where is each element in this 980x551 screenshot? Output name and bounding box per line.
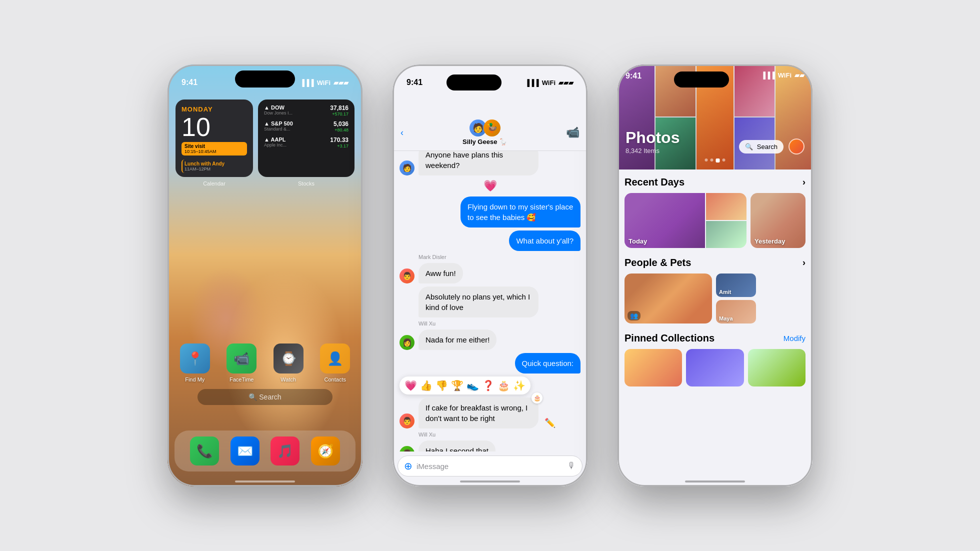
widget-labels: Calendar Stocks — [176, 180, 354, 186]
phone2: 9:41 ▐▐▐ WiFi ▰▰▰ ‹ 🧑 🦆 Silly Geese 🪿 — [392, 64, 588, 486]
dock-compass[interactable]: 🧭 — [311, 436, 340, 466]
home-indicator-2 — [460, 480, 520, 482]
tb-cake[interactable]: 🎂 — [498, 380, 510, 392]
home-indicator-3 — [685, 480, 745, 482]
status-bar-phone2: 9:41 ▐▐▐ WiFi ▰▰▰ — [392, 64, 588, 94]
pinned-grid — [624, 349, 806, 386]
dot-2 — [710, 158, 714, 162]
stock-sp500: ▲ S&P 500 Standard &... 5,036 +80.48 — [264, 120, 348, 132]
dot-grid-active — [716, 158, 720, 162]
sender-will-2: Will Xu — [418, 432, 580, 438]
facetime-icon: 📹 — [226, 344, 256, 374]
photos-body: Recent Days › Today — [618, 170, 812, 476]
pinned-1[interactable] — [624, 349, 682, 386]
back-button[interactable]: ‹ — [400, 128, 404, 138]
msg-heart: 💗 — [400, 180, 580, 192]
people-grid: 👥 Amit Maya — [624, 274, 806, 324]
stocks-widget[interactable]: ▲ DOW Dow Jones I... 37,816 +570.17 ▲ S&… — [258, 100, 354, 177]
cal-event-2: Lunch with Andy 11AM–12PM — [182, 160, 247, 173]
cal-day: MONDAY — [182, 106, 247, 113]
search-pill[interactable]: 🔍 Search — [198, 389, 332, 405]
tb-shoe[interactable]: 👟 — [466, 380, 479, 392]
signal-icon: ▐▐▐ — [300, 79, 314, 86]
message-input-bar[interactable]: ⊕ iMessage 🎙 — [398, 456, 582, 476]
msg-4: 👨 Aww fun! — [400, 263, 580, 284]
battery-icon-2: ▰▰▰ — [558, 79, 574, 86]
app-findmy[interactable]: 📍 Find My — [177, 344, 213, 382]
sender-mark: Mark Disler — [418, 254, 580, 260]
msg-bubble-2: Flying down to my sister's place to see … — [460, 196, 580, 228]
tb-trophy[interactable]: 🏆 — [451, 380, 464, 392]
msg-7: Quick question: — [400, 353, 580, 374]
msg-2: Flying down to my sister's place to see … — [400, 196, 580, 228]
maya-card[interactable]: Maya — [716, 300, 756, 324]
photos-header-image: 9:41 ▐▐▐ WiFi ▰▰ Photos 8,342 Items — [618, 64, 812, 170]
group-info[interactable]: 🧑 🦆 Silly Geese 🪿 — [462, 120, 507, 146]
phone1: 9:41 ▐▐▐ WiFi ▰▰▰ MONDAY 10 Site visit 1… — [168, 64, 362, 486]
compose-icon[interactable]: ✏️ — [544, 418, 556, 428]
tapback-bar[interactable]: 💗 👍 👎 🏆 👟 ❓ 🎂 ✨ — [400, 376, 530, 394]
app-watch[interactable]: ⌚ Watch — [270, 344, 306, 382]
people-icon: 👥 — [628, 311, 640, 320]
dock: 📞 ✉️ 🎵 🧭 — [174, 430, 356, 472]
dock-music[interactable]: 🎵 — [270, 436, 300, 466]
tb-sparkle[interactable]: ✨ — [513, 380, 526, 392]
msg-3: What about y'all? — [400, 230, 580, 251]
contacts-icon: 👤 — [320, 344, 350, 374]
photos-status-bar: 9:41 ▐▐▐ WiFi ▰▰ — [618, 64, 812, 90]
widgets-row: MONDAY 10 Site visit 10:15–10:45AM Lunch… — [176, 100, 354, 177]
msg-5: Absolutely no plans yet, which I kind of… — [400, 286, 580, 318]
dock-phone[interactable]: 📞 — [190, 436, 219, 466]
user-avatar[interactable] — [788, 138, 804, 154]
yesterday-card[interactable]: Yesterday — [750, 193, 806, 248]
msg-bubble-5: Absolutely no plans yet, which I kind of… — [418, 286, 538, 318]
dock-mail[interactable]: ✉️ — [230, 436, 260, 466]
wifi-icon-2: WiFi — [542, 79, 556, 86]
avatar-1: 🧑 — [400, 160, 414, 176]
amit-card[interactable]: Amit — [716, 274, 756, 297]
signal-icon-3: ▐▐▐ — [761, 72, 775, 79]
pinned-title: Pinned Collections — [624, 332, 714, 344]
add-attachment-icon[interactable]: ⊕ — [404, 460, 412, 472]
msg-bubble-6: Nada for me either! — [418, 330, 496, 350]
imessage-placeholder[interactable]: iMessage — [416, 462, 564, 470]
watch-icon: ⌚ — [274, 344, 304, 374]
calendar-widget[interactable]: MONDAY 10 Site visit 10:15–10:45AM Lunch… — [176, 100, 253, 177]
tb-thumbsup[interactable]: 👍 — [420, 380, 432, 392]
people-chevron[interactable]: › — [802, 258, 806, 268]
pinned-2[interactable] — [686, 349, 744, 386]
people-pets-title: People & Pets — [624, 257, 691, 268]
msg-bubble-9: Haha I second that — [418, 440, 496, 452]
photos-item-count: 8,342 Items — [626, 147, 680, 154]
video-call-icon[interactable]: 📹 — [566, 126, 580, 139]
tb-heart[interactable]: 💗 — [404, 380, 417, 392]
modify-button[interactable]: Modify — [784, 334, 806, 342]
status-icons-1: ▐▐▐ WiFi ▰▰▰ — [300, 79, 348, 86]
pinned-3[interactable] — [748, 349, 806, 386]
photos-search-button[interactable]: 🔍 🔍 Search Search — [739, 140, 784, 154]
cal-event-1: Site visit 10:15–10:45AM — [182, 142, 247, 156]
app-contacts[interactable]: 👤 Contacts — [317, 344, 353, 382]
carousel-dots — [705, 158, 726, 162]
findmy-icon: 📍 — [180, 344, 210, 374]
app-facetime[interactable]: 📹 FaceTime — [224, 344, 260, 382]
tb-thumbsdown[interactable]: 👎 — [436, 380, 448, 392]
people-main-card[interactable]: 👥 — [624, 274, 712, 324]
stocks-label: Stocks — [258, 180, 354, 186]
battery-icon-3: ▰▰ — [794, 72, 804, 79]
tb-question[interactable]: ❓ — [482, 380, 494, 392]
stock-dow: ▲ DOW Dow Jones I... 37,816 +570.17 — [264, 104, 348, 116]
shoe-reaction: 👟 — [502, 450, 512, 452]
search-label: 🔍 Search — [248, 393, 281, 401]
photos-title: Photos — [626, 128, 680, 147]
people-pets-header: People & Pets › — [624, 257, 806, 268]
msg-8: 👨 If cake for breakfast is wrong, I don'… — [400, 398, 580, 428]
msg-bubble-7: Quick question: — [515, 353, 580, 374]
mic-icon[interactable]: 🎙 — [568, 461, 576, 471]
today-card[interactable]: Today — [624, 193, 746, 248]
group-avatar-2: 🦆 — [484, 120, 500, 136]
recent-days-chevron[interactable]: › — [802, 177, 806, 188]
msg-9: 👩 Haha I second that 👟 — [400, 440, 580, 452]
recent-days-title: Recent Days — [624, 176, 684, 188]
avatar-4: 👨 — [400, 414, 414, 428]
